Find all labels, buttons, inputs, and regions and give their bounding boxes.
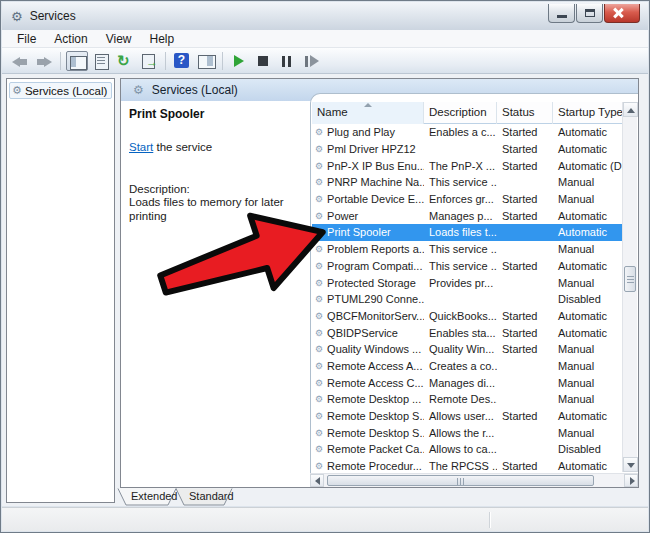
service-status-cell: Started: [497, 193, 553, 205]
service-description-cell: Quality Win...: [424, 343, 497, 355]
stop-service-icon[interactable]: [252, 51, 274, 71]
service-gear-icon: ⚙: [315, 278, 323, 288]
forward-icon[interactable]: [33, 51, 55, 71]
service-description-cell: Provides pr...: [424, 277, 497, 289]
service-description-cell: This service ...: [424, 243, 497, 255]
console-tree-pane: ⚙ Services (Local): [6, 78, 115, 503]
service-name-cell: ⚙Remote Desktop S...: [312, 410, 424, 422]
back-icon[interactable]: [9, 51, 31, 71]
menu-help[interactable]: Help: [141, 31, 184, 47]
service-status-cell: Started: [497, 143, 553, 155]
service-gear-icon: ⚙: [315, 161, 323, 171]
table-row[interactable]: ⚙Power Manages p... Started Automatic: [312, 207, 626, 224]
table-row[interactable]: ⚙QBCFMonitorServ... QuickBooks... Starte…: [312, 308, 626, 325]
table-row[interactable]: ⚙Problem Reports a... This service ... M…: [312, 241, 626, 258]
maximize-button[interactable]: [576, 4, 603, 23]
table-row[interactable]: ⚙PnP-X IP Bus Enu... The PnP-X ... Start…: [312, 157, 626, 174]
title-bar[interactable]: ⚙ Services: [2, 2, 648, 30]
service-gear-icon: ⚙: [315, 294, 323, 304]
export-list-icon[interactable]: [138, 51, 160, 71]
service-name-cell: ⚙Remote Procedur...: [312, 460, 424, 472]
service-startup-cell: Automatic: [553, 226, 626, 238]
tab-standard[interactable]: Standard: [189, 490, 234, 502]
table-row[interactable]: ⚙Remote Desktop ... Remote Des... Manual: [312, 391, 626, 408]
column-header-startup-type[interactable]: Startup Type: [553, 102, 626, 124]
status-bar-separator: [489, 512, 490, 528]
close-button[interactable]: [604, 4, 640, 23]
service-startup-cell: Manual: [553, 427, 626, 439]
horizontal-scrollbar[interactable]: [310, 473, 638, 487]
service-name-cell: ⚙Remote Desktop S...: [312, 427, 424, 439]
column-header-status[interactable]: Status: [497, 102, 553, 124]
service-name-cell: ⚙Portable Device E...: [312, 193, 424, 205]
menu-file[interactable]: File: [8, 31, 45, 47]
table-row[interactable]: ⚙PNRP Machine Na... This service ... Man…: [312, 174, 626, 191]
pane-header-title: Services (Local): [152, 83, 238, 97]
column-header-description[interactable]: Description: [424, 102, 497, 124]
scroll-right-button[interactable]: [624, 474, 638, 487]
scroll-down-icon: [627, 463, 635, 468]
service-action-line: Start the service: [129, 141, 302, 153]
table-row[interactable]: ⚙Quality Windows ... Quality Win... Star…: [312, 341, 626, 358]
service-description-cell: Manages di...: [424, 377, 497, 389]
service-name-cell: ⚙Print Spooler: [312, 226, 424, 238]
table-row[interactable]: ⚙Remote Packet Ca... Allows to ca... Dis…: [312, 441, 626, 458]
start-service-icon[interactable]: [228, 51, 250, 71]
table-row[interactable]: ⚙Remote Access A... Creates a co... Manu…: [312, 358, 626, 375]
tree-item-label: Services (Local): [25, 85, 107, 97]
service-gear-icon: ⚙: [315, 394, 323, 404]
status-bar: [2, 507, 648, 531]
table-row[interactable]: ⚙Print Spooler Loads files t... Automati…: [312, 224, 626, 241]
table-row[interactable]: ⚙Remote Desktop S... Allows the r... Man…: [312, 424, 626, 441]
table-row[interactable]: ⚙Remote Access C... Manages di... Manual: [312, 374, 626, 391]
table-row[interactable]: ⚙Pml Driver HPZ12 Started Automatic: [312, 141, 626, 158]
service-gear-icon: ⚙: [315, 244, 323, 254]
service-startup-cell: Manual: [553, 277, 626, 289]
service-startup-cell: Automatic: [553, 310, 626, 322]
start-service-link[interactable]: Start: [129, 141, 153, 153]
scroll-up-button[interactable]: [623, 102, 638, 117]
menu-bar: FileActionViewHelp: [2, 30, 648, 48]
service-gear-icon: ⚙: [315, 411, 323, 421]
refresh-icon[interactable]: [114, 51, 136, 71]
service-status-cell: Started: [497, 343, 553, 355]
horizontal-scroll-thumb[interactable]: [327, 475, 594, 486]
minimize-button[interactable]: [548, 4, 575, 23]
service-list: Name Description Status Startup Type ⚙Pl…: [310, 93, 638, 487]
table-row[interactable]: ⚙Remote Desktop S... Allows user... Star…: [312, 408, 626, 425]
restart-service-icon[interactable]: [300, 51, 322, 71]
menu-view[interactable]: View: [97, 31, 141, 47]
tab-extended[interactable]: Extended: [131, 490, 177, 502]
service-gear-icon: ⚙: [315, 261, 323, 271]
table-row[interactable]: ⚙QBIDPService Enables sta... Started Aut…: [312, 324, 626, 341]
scroll-left-icon: [315, 477, 320, 485]
table-row[interactable]: ⚙PTUML290 Conne... Disabled: [312, 291, 626, 308]
action-rest-text: the service: [153, 141, 212, 153]
pane-header-services-icon: ⚙: [133, 83, 144, 97]
selected-service-name: Print Spooler: [129, 107, 302, 121]
table-row[interactable]: ⚙Plug and Play Enables a c... Started Au…: [312, 124, 626, 141]
menu-action[interactable]: Action: [45, 31, 96, 47]
tree-item-services-local[interactable]: ⚙ Services (Local): [9, 82, 112, 99]
column-header-name[interactable]: Name: [312, 102, 424, 124]
service-gear-icon: ⚙: [315, 461, 323, 471]
table-row[interactable]: ⚙Remote Procedur... The RPCSS ... Starte…: [312, 458, 626, 472]
show-action-pane-icon[interactable]: [195, 51, 217, 71]
vertical-scroll-thumb[interactable]: [624, 266, 636, 292]
table-row[interactable]: ⚙Program Compati... This service ... Sta…: [312, 258, 626, 275]
show-console-tree-icon[interactable]: [66, 51, 88, 71]
sort-ascending-icon: [364, 103, 372, 107]
service-gear-icon: ⚙: [315, 144, 323, 154]
properties-icon[interactable]: [90, 51, 112, 71]
pause-service-icon[interactable]: [276, 51, 298, 71]
scroll-down-button[interactable]: [623, 457, 638, 472]
service-description-cell: This service ...: [424, 176, 497, 188]
help-icon[interactable]: [171, 51, 193, 71]
scroll-left-button[interactable]: [310, 474, 324, 487]
scroll-right-icon: [630, 477, 635, 485]
table-row[interactable]: ⚙Portable Device E... Enforces gr... Sta…: [312, 191, 626, 208]
vertical-scrollbar[interactable]: [622, 102, 637, 472]
table-row[interactable]: ⚙Protected Storage Provides pr... Manual: [312, 274, 626, 291]
service-name-cell: ⚙Quality Windows ...: [312, 343, 424, 355]
service-status-cell: Started: [497, 160, 553, 172]
